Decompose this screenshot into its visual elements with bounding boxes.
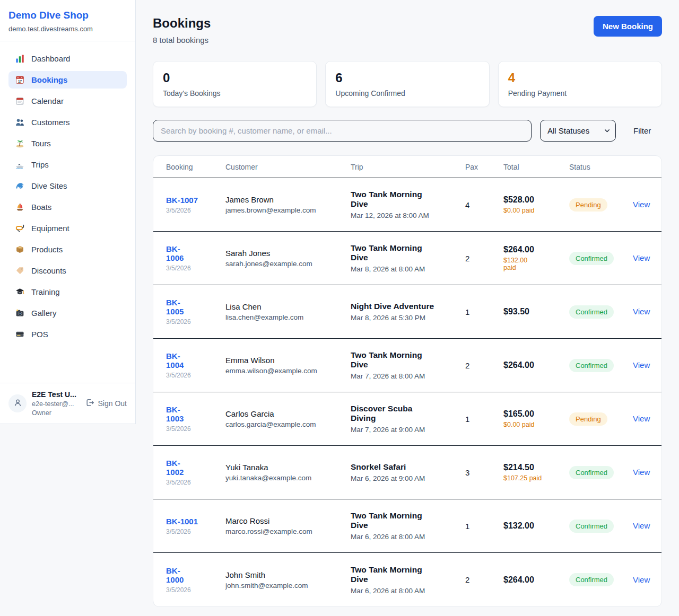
customer-name: John Smith bbox=[225, 570, 351, 579]
trip-cell: Two Tank Morning DiveMar 6, 2026 at 8:00… bbox=[351, 511, 465, 541]
pax-cell: 2 bbox=[465, 361, 503, 370]
total-cell: $93.50 bbox=[503, 307, 569, 316]
table-row: BK- 10033/5/2026Carlos Garciacarlos.garc… bbox=[153, 392, 661, 446]
total-amount: $132.00 bbox=[503, 521, 569, 531]
view-link[interactable]: View bbox=[633, 253, 650, 262]
status-badge: Confirmed bbox=[569, 466, 614, 479]
filter-button[interactable]: Filter bbox=[633, 126, 651, 135]
sidebar-item-pos[interactable]: POS bbox=[8, 325, 127, 343]
customer-name: Carlos Garcia bbox=[225, 409, 351, 418]
sidebar-item-boats[interactable]: Boats bbox=[8, 198, 127, 216]
sidebar-item-trips[interactable]: Trips bbox=[8, 156, 127, 173]
status-badge: Confirmed bbox=[569, 359, 614, 372]
trip-cell: Two Tank Morning DiveMar 12, 2026 at 8:0… bbox=[351, 190, 465, 219]
view-link[interactable]: View bbox=[633, 200, 650, 209]
avatar bbox=[8, 394, 27, 412]
view-link[interactable]: View bbox=[633, 575, 650, 584]
booking-number-link[interactable]: BK- 1005 bbox=[166, 298, 184, 316]
customer-email: james.brown@example.com bbox=[225, 206, 351, 214]
sidebar-item-label: Training bbox=[31, 287, 60, 296]
total-amount: $264.00 bbox=[503, 245, 569, 254]
sidebar-item-equipment[interactable]: Equipment bbox=[8, 219, 127, 237]
sidebar-item-dive-sites[interactable]: Dive Sites bbox=[8, 177, 127, 195]
booking-number-link[interactable]: BK- 1000 bbox=[166, 566, 184, 584]
pax-cell: 3 bbox=[465, 468, 503, 477]
column-header-pax: Pax bbox=[465, 163, 503, 171]
trip-datetime: Mar 7, 2026 at 9:00 AM bbox=[351, 426, 465, 434]
view-link[interactable]: View bbox=[633, 307, 650, 316]
table-row: BK- 10063/5/2026Sarah Jonessarah.jones@e… bbox=[153, 232, 661, 285]
status-cell: Confirmed bbox=[569, 252, 633, 265]
pax-cell: 2 bbox=[465, 254, 503, 263]
trip-cell: Two Tank Morning DiveMar 6, 2026 at 8:00… bbox=[351, 565, 465, 595]
total-cell: $528.00$0.00 paid bbox=[503, 195, 569, 214]
view-link[interactable]: View bbox=[633, 468, 650, 477]
customer-email: john.smith@example.com bbox=[225, 582, 351, 589]
sidebar-item-label: Gallery bbox=[31, 309, 57, 318]
status-cell: Confirmed bbox=[569, 466, 633, 479]
sidebar-item-bookings[interactable]: 17Bookings bbox=[8, 71, 127, 89]
view-link[interactable]: View bbox=[633, 414, 650, 423]
booking-number-link[interactable]: BK-1001 bbox=[166, 517, 198, 526]
customer-email: yuki.tanaka@example.com bbox=[225, 474, 351, 482]
column-header-booking: Booking bbox=[166, 163, 225, 171]
column-header-status: Status bbox=[569, 163, 633, 171]
booking-date: 3/5/2026 bbox=[166, 265, 225, 272]
booking-number-link[interactable]: BK- 1004 bbox=[166, 351, 184, 369]
total-cell: $214.50$107.25 paid bbox=[503, 463, 569, 482]
status-badge: Pending bbox=[569, 412, 607, 426]
status-badge: Pending bbox=[569, 198, 607, 212]
booking-date: 3/5/2026 bbox=[166, 207, 225, 214]
tag-icon bbox=[15, 266, 24, 275]
total-amount: $214.50 bbox=[503, 463, 569, 472]
customer-name: Yuki Tanaka bbox=[225, 463, 351, 472]
booking-cell: BK- 10063/5/2026 bbox=[166, 244, 225, 272]
sidebar-item-label: Discounts bbox=[31, 266, 66, 275]
calendar-pad-icon bbox=[15, 96, 24, 105]
status-select[interactable]: All Statuses bbox=[540, 120, 616, 142]
booking-date: 3/5/2026 bbox=[166, 372, 225, 379]
booking-number-link[interactable]: BK- 1006 bbox=[166, 244, 184, 262]
sidebar-item-products[interactable]: Products bbox=[8, 241, 127, 258]
column-header-trip: Trip bbox=[351, 163, 465, 171]
sidebar-item-label: Equipment bbox=[31, 224, 69, 233]
sign-out-button[interactable]: Sign Out bbox=[85, 398, 127, 409]
sidebar-item-tours[interactable]: Tours bbox=[8, 135, 127, 152]
sidebar-item-customers[interactable]: Customers bbox=[8, 113, 127, 131]
stat-label: Pending Payment bbox=[508, 89, 652, 98]
stat-card-upcoming-confirmed: 6Upcoming Confirmed bbox=[325, 61, 489, 107]
view-cell: View bbox=[633, 414, 650, 424]
sidebar-item-gallery[interactable]: Gallery bbox=[8, 304, 127, 322]
customer-email: lisa.chen@example.com bbox=[225, 313, 351, 321]
sidebar-item-training[interactable]: Training bbox=[8, 283, 127, 301]
filter-row: All Statuses Filter bbox=[153, 120, 662, 142]
user-section: E2E Test U... e2e-tester@... Owner Sign … bbox=[0, 383, 135, 424]
booking-number-link[interactable]: BK-1007 bbox=[166, 196, 198, 205]
total-paid-amount: $0.00 paid bbox=[503, 421, 569, 428]
sidebar-item-label: Products bbox=[31, 245, 63, 254]
booking-number-link[interactable]: BK- 1002 bbox=[166, 459, 184, 477]
customer-cell: Sarah Jonessarah.jones@example.com bbox=[225, 249, 351, 268]
sidebar-item-label: Customers bbox=[31, 118, 70, 127]
wave-icon bbox=[15, 181, 24, 190]
title-block: Bookings 8 total bookings bbox=[153, 16, 211, 45]
sidebar-item-dashboard[interactable]: Dashboard bbox=[8, 50, 127, 67]
search-input[interactable] bbox=[153, 120, 532, 142]
status-cell: Confirmed bbox=[569, 359, 633, 372]
booking-cell: BK- 10033/5/2026 bbox=[166, 405, 225, 433]
stat-value: 6 bbox=[335, 71, 479, 85]
sign-out-label: Sign Out bbox=[98, 399, 127, 408]
total-cell: $165.00$0.00 paid bbox=[503, 409, 569, 428]
sidebar-item-calendar[interactable]: Calendar bbox=[8, 92, 127, 110]
sidebar-item-discounts[interactable]: Discounts bbox=[8, 262, 127, 279]
table-row: BK- 10023/5/2026Yuki Tanakayuki.tanaka@e… bbox=[153, 446, 661, 499]
booking-number-link[interactable]: BK- 1003 bbox=[166, 405, 184, 423]
new-booking-button[interactable]: New Booking bbox=[594, 16, 662, 37]
column-header-customer: Customer bbox=[225, 163, 351, 171]
total-cell: $132.00 bbox=[503, 521, 569, 531]
view-link[interactable]: View bbox=[633, 521, 650, 530]
total-cell: $264.00$132.00 paid bbox=[503, 245, 569, 271]
trip-cell: Snorkel SafariMar 6, 2026 at 9:00 AM bbox=[351, 462, 465, 482]
total-paid-amount: $132.00 paid bbox=[503, 257, 569, 271]
view-link[interactable]: View bbox=[633, 360, 650, 369]
